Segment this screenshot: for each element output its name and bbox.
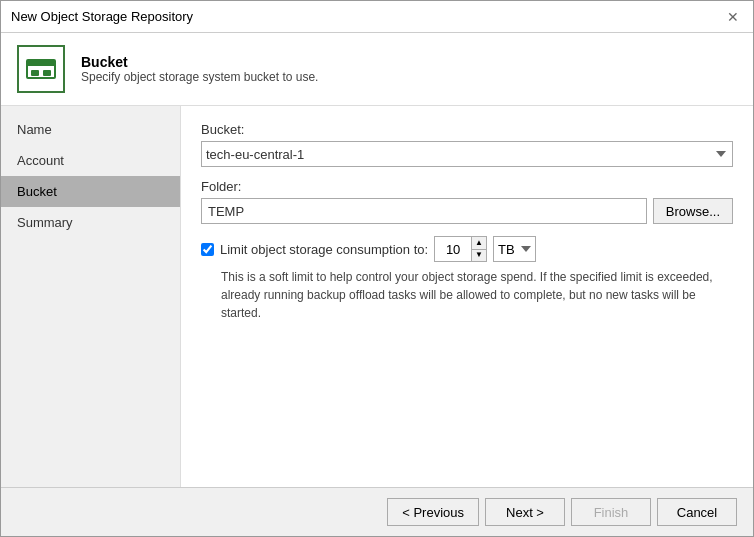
sidebar-item-account[interactable]: Account xyxy=(1,145,180,176)
title-bar: New Object Storage Repository ✕ xyxy=(1,1,753,33)
dialog: New Object Storage Repository ✕ Bucket S… xyxy=(0,0,754,537)
dialog-title: New Object Storage Repository xyxy=(11,9,193,24)
bucket-label: Bucket: xyxy=(201,122,733,137)
next-button[interactable]: Next > xyxy=(485,498,565,526)
header-title: Bucket xyxy=(81,54,318,70)
limit-number-input[interactable] xyxy=(435,237,471,261)
folder-label: Folder: xyxy=(201,179,733,194)
spinner-down-button[interactable]: ▼ xyxy=(472,250,486,262)
sidebar-item-summary[interactable]: Summary xyxy=(1,207,180,238)
bucket-select[interactable]: tech-eu-central-1 xyxy=(201,141,733,167)
sidebar-item-name[interactable]: Name xyxy=(1,114,180,145)
footer: < Previous Next > Finish Cancel xyxy=(1,487,753,536)
limit-checkbox[interactable] xyxy=(201,243,214,256)
unit-select[interactable]: TBGB xyxy=(493,236,536,262)
svg-rect-2 xyxy=(31,70,39,76)
close-button[interactable]: ✕ xyxy=(723,7,743,27)
limit-description: This is a soft limit to help control you… xyxy=(221,268,733,322)
header: Bucket Specify object storage system buc… xyxy=(1,33,753,106)
spinner-buttons: ▲ ▼ xyxy=(471,237,486,261)
header-subtitle: Specify object storage system bucket to … xyxy=(81,70,318,84)
browse-button[interactable]: Browse... xyxy=(653,198,733,224)
folder-input[interactable] xyxy=(201,198,647,224)
bucket-icon xyxy=(17,45,65,93)
sidebar-item-bucket[interactable]: Bucket xyxy=(1,176,180,207)
limit-label: Limit object storage consumption to: xyxy=(220,242,428,257)
svg-rect-3 xyxy=(43,70,51,76)
finish-button[interactable]: Finish xyxy=(571,498,651,526)
body: Name Account Bucket Summary Bucket: tech… xyxy=(1,106,753,487)
limit-number-container: ▲ ▼ xyxy=(434,236,487,262)
sidebar: Name Account Bucket Summary xyxy=(1,106,181,487)
content: Bucket: tech-eu-central-1 Folder: Browse… xyxy=(181,106,753,487)
previous-button[interactable]: < Previous xyxy=(387,498,479,526)
svg-rect-1 xyxy=(27,60,55,66)
bucket-group: Bucket: tech-eu-central-1 xyxy=(201,122,733,167)
folder-group: Folder: Browse... xyxy=(201,179,733,224)
header-text: Bucket Specify object storage system buc… xyxy=(81,54,318,84)
folder-row: Browse... xyxy=(201,198,733,224)
cancel-button[interactable]: Cancel xyxy=(657,498,737,526)
spinner-up-button[interactable]: ▲ xyxy=(472,237,486,250)
limit-row: Limit object storage consumption to: ▲ ▼… xyxy=(201,236,733,262)
